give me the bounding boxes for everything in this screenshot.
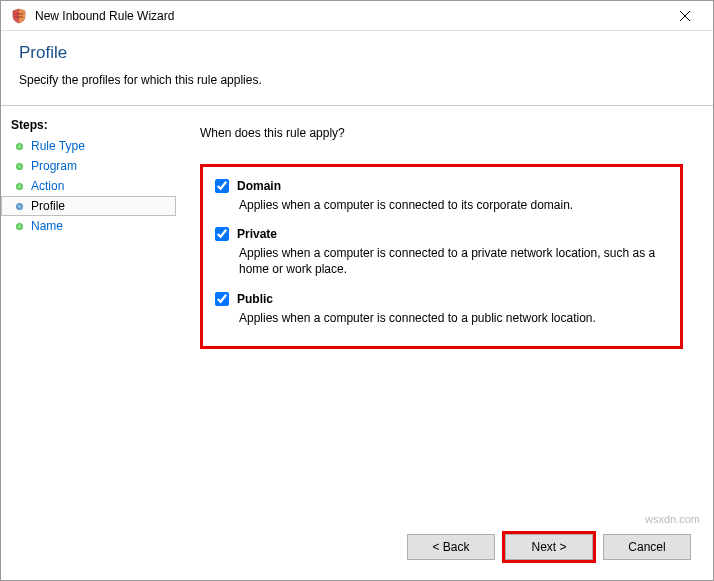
sidebar-item-label: Rule Type: [31, 139, 85, 153]
option-private-label: Private: [237, 227, 277, 241]
sidebar-item-name[interactable]: Name: [1, 216, 176, 236]
option-domain-label: Domain: [237, 179, 281, 193]
option-private-row[interactable]: Private: [215, 227, 668, 241]
option-public-desc: Applies when a computer is connected to …: [239, 310, 668, 326]
page-title: Profile: [19, 43, 695, 63]
profile-options-highlight: Domain Applies when a computer is connec…: [200, 164, 683, 349]
sidebar-item-label: Name: [31, 219, 63, 233]
sidebar-item-rule-type[interactable]: Rule Type: [1, 136, 176, 156]
wizard-footer: < Back Next > Cancel: [1, 520, 713, 580]
wizard-body: Steps: Rule Type Program Action Profile …: [1, 106, 713, 520]
option-public-label: Public: [237, 292, 273, 306]
steps-heading: Steps:: [1, 114, 176, 136]
private-checkbox[interactable]: [215, 227, 229, 241]
close-icon: [679, 10, 691, 22]
sidebar-item-label: Profile: [31, 199, 65, 213]
window-title: New Inbound Rule Wizard: [35, 9, 663, 23]
sidebar-item-profile[interactable]: Profile: [1, 196, 176, 216]
domain-checkbox[interactable]: [215, 179, 229, 193]
sidebar-item-action[interactable]: Action: [1, 176, 176, 196]
bullet-icon: [16, 203, 23, 210]
back-button[interactable]: < Back: [407, 534, 495, 560]
sidebar-item-program[interactable]: Program: [1, 156, 176, 176]
bullet-icon: [16, 163, 23, 170]
titlebar: New Inbound Rule Wizard: [1, 1, 713, 31]
cancel-button[interactable]: Cancel: [603, 534, 691, 560]
option-private: Private Applies when a computer is conne…: [215, 227, 668, 277]
page-subtitle: Specify the profiles for which this rule…: [19, 73, 695, 87]
option-public-row[interactable]: Public: [215, 292, 668, 306]
bullet-icon: [16, 143, 23, 150]
profile-question: When does this rule apply?: [200, 126, 689, 140]
public-checkbox[interactable]: [215, 292, 229, 306]
page-header: Profile Specify the profiles for which t…: [1, 31, 713, 106]
main-panel: When does this rule apply? Domain Applie…: [176, 106, 713, 520]
option-domain-desc: Applies when a computer is connected to …: [239, 197, 668, 213]
steps-sidebar: Steps: Rule Type Program Action Profile …: [1, 106, 176, 520]
next-button[interactable]: Next >: [505, 534, 593, 560]
sidebar-item-label: Action: [31, 179, 64, 193]
close-button[interactable]: [663, 2, 707, 30]
bullet-icon: [16, 223, 23, 230]
option-domain: Domain Applies when a computer is connec…: [215, 179, 668, 213]
firewall-shield-icon: [11, 8, 27, 24]
sidebar-item-label: Program: [31, 159, 77, 173]
option-private-desc: Applies when a computer is connected to …: [239, 245, 668, 277]
option-domain-row[interactable]: Domain: [215, 179, 668, 193]
option-public: Public Applies when a computer is connec…: [215, 292, 668, 326]
bullet-icon: [16, 183, 23, 190]
